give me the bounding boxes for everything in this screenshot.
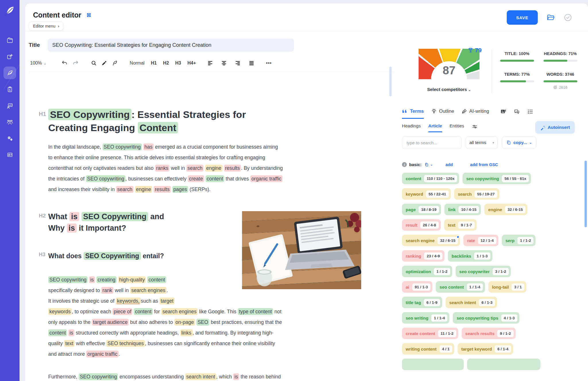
text-segment: SEO copywriting bbox=[48, 276, 88, 283]
align-left-button[interactable] bbox=[207, 60, 213, 66]
align-justify-button[interactable] bbox=[248, 60, 255, 66]
term-name: search results bbox=[465, 331, 495, 336]
term-badge[interactable] bbox=[467, 359, 540, 370]
redo-button[interactable] bbox=[72, 60, 79, 66]
term-badge[interactable]: create content11 / 1-2 bbox=[402, 328, 458, 339]
tab-media[interactable] bbox=[500, 108, 506, 118]
term-badge[interactable]: optimization1 / 1-2 bbox=[402, 266, 452, 277]
editor-menu-button[interactable]: Editor menu › bbox=[29, 22, 63, 30]
app-logo[interactable] bbox=[3, 4, 16, 17]
term-badge[interactable]: content110 / 110 - 120x bbox=[402, 173, 459, 184]
tab-ai-writing[interactable]: AI-writing bbox=[461, 108, 489, 119]
align-right-button[interactable] bbox=[235, 60, 241, 66]
text-segment: SEO copywriting bbox=[102, 143, 142, 150]
term-badge[interactable]: ai91 / 1-3 bbox=[402, 281, 432, 293]
sidebar-item-content-editor[interactable] bbox=[3, 67, 16, 79]
term-badge[interactable]: long-tail3 / 1 bbox=[488, 281, 527, 293]
term-name: serp bbox=[506, 238, 515, 243]
subtab-headings[interactable]: Headings bbox=[402, 123, 421, 132]
term-badge[interactable]: seo copywriter3 / 1-2 bbox=[456, 266, 511, 277]
text-segment: Furthermore, bbox=[48, 374, 79, 380]
tab-comments[interactable] bbox=[514, 108, 520, 118]
term-badge[interactable]: text9 / 1-7 bbox=[444, 219, 477, 231]
sidebar-item-share[interactable] bbox=[3, 50, 16, 63]
term-badge[interactable]: result26 / 4-8 bbox=[402, 219, 441, 231]
term-badge[interactable]: rate12 / 1-4 bbox=[463, 235, 498, 246]
more-tools-button[interactable]: ••• bbox=[266, 61, 272, 66]
term-badge[interactable]: search engine32 / 6-15 bbox=[402, 235, 460, 246]
quill-button[interactable] bbox=[111, 60, 118, 66]
text-segment: (SERPs). bbox=[188, 186, 210, 192]
info-icon[interactable]: i bbox=[402, 162, 407, 167]
sidebar-item-tasks[interactable] bbox=[3, 83, 16, 96]
term-badge[interactable]: link10 / 4-15 bbox=[444, 204, 481, 215]
sidebar-item-projects[interactable] bbox=[3, 34, 16, 46]
terms-subtabs: Headings Article Entities bbox=[402, 123, 578, 132]
align-left-icon bbox=[207, 60, 213, 66]
heading3-button[interactable]: H3 bbox=[175, 61, 181, 66]
tab-numbered-list[interactable] bbox=[527, 108, 533, 118]
term-badge[interactable]: keyword55 / 22-41 bbox=[402, 188, 451, 200]
autoinsert-button[interactable]: Autoinsert bbox=[535, 121, 575, 134]
text-segment bbox=[223, 165, 224, 171]
heading4-button[interactable]: H4+ bbox=[187, 61, 196, 66]
tab-outline[interactable]: Outline bbox=[431, 108, 454, 119]
term-badge[interactable]: search intent6 / 1-3 bbox=[446, 297, 497, 308]
sidebar-item-training[interactable] bbox=[3, 99, 16, 112]
term-badge[interactable]: search55 / 19-27 bbox=[454, 188, 499, 200]
highlighter-button[interactable] bbox=[101, 60, 107, 66]
undo-button[interactable] bbox=[61, 60, 68, 66]
term-badge[interactable]: seo writing1 / 1-4 bbox=[402, 312, 449, 324]
term-badge[interactable]: backlinks1 / 1-3 bbox=[448, 250, 492, 262]
add-from-gsc-link[interactable]: add from GSC bbox=[470, 162, 498, 167]
term-badge[interactable]: seo content1 / 1-4 bbox=[436, 281, 485, 293]
term-badge[interactable]: target keyword6 / 1-4 bbox=[458, 343, 513, 355]
term-badge[interactable]: writing content4 / 1 bbox=[402, 343, 454, 355]
heading2-button[interactable]: H2 bbox=[163, 61, 169, 66]
tab-terms[interactable]: Terms bbox=[402, 108, 424, 119]
subtab-article[interactable]: Article bbox=[428, 123, 442, 132]
title-field-label: Title bbox=[29, 42, 48, 48]
text-segment: text bbox=[64, 340, 74, 347]
h2-tag-label: H2 bbox=[39, 213, 46, 219]
terms-controls: all terms▾ copy... ⌄ bbox=[402, 136, 578, 149]
h1-tag-label: H1 bbox=[39, 111, 46, 117]
expand-icon[interactable] bbox=[86, 12, 92, 18]
zoom-select[interactable]: 100%⌄ bbox=[30, 61, 47, 66]
find-button[interactable] bbox=[91, 60, 97, 66]
paragraph-style-button[interactable]: Normal bbox=[130, 61, 145, 66]
select-competitors-button[interactable]: Select competitors⌄ bbox=[406, 87, 492, 92]
terms-scrollbar[interactable] bbox=[585, 161, 587, 227]
term-badge[interactable]: search results9 / 1-2 bbox=[462, 328, 516, 339]
text-segment: search bbox=[186, 165, 204, 172]
add-term-link[interactable]: add bbox=[446, 162, 453, 167]
term-badge[interactable]: engine32 / 6-15 bbox=[484, 204, 527, 215]
sidebar-item-settings[interactable] bbox=[3, 132, 16, 145]
term-name: ai bbox=[406, 285, 409, 289]
term-badge[interactable]: title tag6 / 1-9 bbox=[402, 297, 442, 308]
sidebar-item-contacts[interactable] bbox=[3, 148, 16, 161]
term-badge[interactable]: seo copywriting tips4 / 1-3 bbox=[453, 312, 519, 324]
heading1-button[interactable]: H1 bbox=[151, 61, 156, 66]
text-segment: pages bbox=[172, 186, 188, 193]
copy-basic-button[interactable]: ⌄ bbox=[424, 162, 433, 167]
document-body[interactable]: H1 SEO Copywriting: Essential Strategies… bbox=[48, 72, 361, 381]
filter-sliders-icon[interactable] bbox=[472, 124, 478, 132]
terms-search-input[interactable] bbox=[402, 136, 462, 149]
term-name: long-tail bbox=[492, 285, 509, 289]
term-badge[interactable]: page18 / 8-19 bbox=[402, 204, 441, 215]
subtab-entities[interactable]: Entities bbox=[450, 123, 464, 132]
term-badge[interactable] bbox=[402, 359, 464, 370]
term-badge[interactable]: seo copywriting56 / 55 - 61x bbox=[463, 173, 531, 184]
terms-filter-select[interactable]: all terms▾ bbox=[466, 136, 498, 149]
document-h2: What is SEO Copywriting andWhy is it Imp… bbox=[48, 211, 361, 234]
basic-label: basic: bbox=[409, 162, 421, 167]
title-input[interactable] bbox=[48, 38, 294, 52]
editor-scrollbar[interactable] bbox=[389, 67, 392, 96]
chat-bubbles-icon bbox=[514, 108, 520, 115]
sidebar-item-team[interactable] bbox=[3, 116, 16, 128]
align-center-button[interactable] bbox=[221, 60, 227, 66]
term-badge[interactable]: ranking23 / 4-9 bbox=[402, 250, 444, 262]
copy-terms-button[interactable]: copy... ⌄ bbox=[502, 136, 536, 149]
term-badge[interactable]: serp1 / 1-2 bbox=[502, 235, 536, 246]
